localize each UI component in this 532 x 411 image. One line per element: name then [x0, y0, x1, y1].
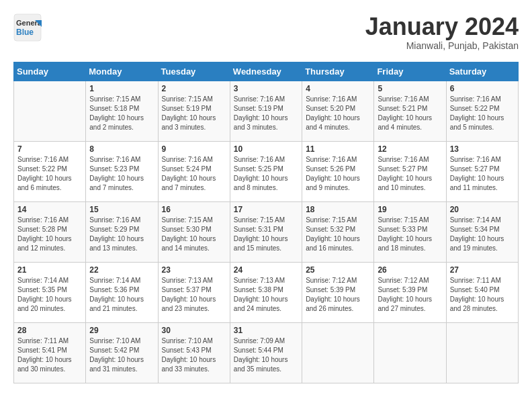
day-info: Sunrise: 7:16 AMSunset: 5:28 PMDaylight:… [17, 216, 82, 253]
svg-text:Blue: Blue [16, 28, 34, 37]
calendar-cell [374, 322, 446, 383]
day-number: 6 [450, 84, 515, 93]
day-number: 23 [162, 265, 226, 275]
calendar-cell: 27Sunrise: 7:11 AMSunset: 5:40 PMDayligh… [446, 262, 518, 322]
week-row-4: 21Sunrise: 7:14 AMSunset: 5:35 PMDayligh… [14, 262, 519, 322]
day-number: 17 [234, 205, 298, 214]
day-info: Sunrise: 7:12 AMSunset: 5:39 PMDaylight:… [378, 276, 442, 314]
calendar-cell: 16Sunrise: 7:15 AMSunset: 5:30 PMDayligh… [158, 201, 230, 262]
calendar-cell: 21Sunrise: 7:14 AMSunset: 5:35 PMDayligh… [14, 262, 86, 322]
location-label: Mianwali, Punjab, Pakistan [365, 40, 519, 51]
day-number: 30 [162, 326, 226, 335]
day-number: 10 [234, 144, 298, 154]
day-info: Sunrise: 7:10 AMSunset: 5:42 PMDaylight:… [89, 336, 154, 374]
day-number: 12 [378, 144, 442, 154]
day-info: Sunrise: 7:14 AMSunset: 5:34 PMDaylight:… [450, 216, 515, 253]
header-cell-friday: Friday [374, 62, 446, 81]
calendar-cell: 22Sunrise: 7:14 AMSunset: 5:36 PMDayligh… [86, 262, 158, 322]
title-area: January 2024 Mianwali, Punjab, Pakistan [365, 13, 519, 51]
day-number: 11 [306, 144, 370, 154]
header-cell-monday: Monday [86, 62, 158, 81]
day-number: 9 [162, 144, 226, 154]
day-info: Sunrise: 7:16 AMSunset: 5:23 PMDaylight:… [89, 155, 154, 193]
day-info: Sunrise: 7:14 AMSunset: 5:36 PMDaylight:… [89, 276, 154, 314]
calendar-cell [14, 81, 86, 141]
calendar-cell: 5Sunrise: 7:16 AMSunset: 5:21 PMDaylight… [374, 81, 446, 141]
calendar-cell: 12Sunrise: 7:16 AMSunset: 5:27 PMDayligh… [374, 141, 446, 201]
calendar-cell: 10Sunrise: 7:16 AMSunset: 5:25 PMDayligh… [230, 141, 302, 201]
day-info: Sunrise: 7:16 AMSunset: 5:21 PMDaylight:… [378, 95, 442, 132]
day-info: Sunrise: 7:13 AMSunset: 5:37 PMDaylight:… [162, 276, 226, 314]
week-row-5: 28Sunrise: 7:11 AMSunset: 5:41 PMDayligh… [14, 322, 519, 383]
day-number: 19 [378, 205, 442, 214]
day-number: 4 [306, 84, 370, 93]
day-info: Sunrise: 7:15 AMSunset: 5:32 PMDaylight:… [306, 216, 370, 253]
day-info: Sunrise: 7:09 AMSunset: 5:44 PMDaylight:… [234, 336, 298, 374]
day-number: 25 [306, 265, 370, 275]
day-number: 7 [17, 144, 82, 154]
day-number: 27 [450, 265, 515, 275]
day-number: 22 [89, 265, 154, 275]
day-number: 1 [89, 84, 154, 93]
header-cell-saturday: Saturday [446, 62, 518, 81]
header-cell-wednesday: Wednesday [230, 62, 302, 81]
day-info: Sunrise: 7:16 AMSunset: 5:22 PMDaylight:… [17, 155, 82, 193]
calendar-cell: 24Sunrise: 7:13 AMSunset: 5:38 PMDayligh… [230, 262, 302, 322]
day-number: 18 [306, 205, 370, 214]
day-info: Sunrise: 7:12 AMSunset: 5:39 PMDaylight:… [306, 276, 370, 314]
header-cell-tuesday: Tuesday [158, 62, 230, 81]
day-info: Sunrise: 7:15 AMSunset: 5:30 PMDaylight:… [162, 216, 226, 253]
day-info: Sunrise: 7:16 AMSunset: 5:27 PMDaylight:… [378, 155, 442, 193]
week-row-2: 7Sunrise: 7:16 AMSunset: 5:22 PMDaylight… [14, 141, 519, 201]
day-number: 20 [450, 205, 515, 214]
calendar-cell: 20Sunrise: 7:14 AMSunset: 5:34 PMDayligh… [446, 201, 518, 262]
day-info: Sunrise: 7:15 AMSunset: 5:33 PMDaylight:… [378, 216, 442, 253]
day-info: Sunrise: 7:16 AMSunset: 5:24 PMDaylight:… [162, 155, 226, 193]
header-cell-thursday: Thursday [302, 62, 374, 81]
day-info: Sunrise: 7:16 AMSunset: 5:20 PMDaylight:… [306, 95, 370, 132]
calendar-cell: 8Sunrise: 7:16 AMSunset: 5:23 PMDaylight… [86, 141, 158, 201]
day-number: 29 [89, 326, 154, 335]
day-info: Sunrise: 7:11 AMSunset: 5:41 PMDaylight:… [17, 336, 82, 374]
day-info: Sunrise: 7:16 AMSunset: 5:22 PMDaylight:… [450, 95, 515, 132]
day-info: Sunrise: 7:16 AMSunset: 5:26 PMDaylight:… [306, 155, 370, 193]
day-number: 3 [234, 84, 298, 93]
calendar-cell: 1Sunrise: 7:15 AMSunset: 5:18 PMDaylight… [86, 81, 158, 141]
day-number: 31 [234, 326, 298, 335]
calendar-cell: 17Sunrise: 7:15 AMSunset: 5:31 PMDayligh… [230, 201, 302, 262]
calendar-cell: 2Sunrise: 7:15 AMSunset: 5:19 PMDaylight… [158, 81, 230, 141]
day-info: Sunrise: 7:15 AMSunset: 5:19 PMDaylight:… [162, 95, 226, 132]
day-number: 28 [17, 326, 82, 335]
calendar-cell: 15Sunrise: 7:16 AMSunset: 5:29 PMDayligh… [86, 201, 158, 262]
calendar-cell: 7Sunrise: 7:16 AMSunset: 5:22 PMDaylight… [14, 141, 86, 201]
day-number: 8 [89, 144, 154, 154]
calendar-cell [302, 322, 374, 383]
day-info: Sunrise: 7:11 AMSunset: 5:40 PMDaylight:… [450, 276, 515, 314]
day-number: 26 [378, 265, 442, 275]
calendar-cell: 11Sunrise: 7:16 AMSunset: 5:26 PMDayligh… [302, 141, 374, 201]
month-title: January 2024 [365, 13, 519, 40]
day-number: 2 [162, 84, 226, 93]
week-row-3: 14Sunrise: 7:16 AMSunset: 5:28 PMDayligh… [14, 201, 519, 262]
day-info: Sunrise: 7:13 AMSunset: 5:38 PMDaylight:… [234, 276, 298, 314]
day-number: 21 [17, 265, 82, 275]
calendar-body: 1Sunrise: 7:15 AMSunset: 5:18 PMDaylight… [14, 81, 519, 383]
header-cell-sunday: Sunday [14, 62, 86, 81]
day-info: Sunrise: 7:15 AMSunset: 5:31 PMDaylight:… [234, 216, 298, 253]
day-number: 14 [17, 205, 82, 214]
day-number: 24 [234, 265, 298, 275]
calendar-cell: 19Sunrise: 7:15 AMSunset: 5:33 PMDayligh… [374, 201, 446, 262]
day-info: Sunrise: 7:14 AMSunset: 5:35 PMDaylight:… [17, 276, 82, 314]
day-info: Sunrise: 7:16 AMSunset: 5:27 PMDaylight:… [450, 155, 515, 193]
logo: General Blue [13, 13, 42, 44]
calendar-cell: 18Sunrise: 7:15 AMSunset: 5:32 PMDayligh… [302, 201, 374, 262]
day-info: Sunrise: 7:16 AMSunset: 5:19 PMDaylight:… [234, 95, 298, 132]
day-number: 13 [450, 144, 515, 154]
calendar-cell: 3Sunrise: 7:16 AMSunset: 5:19 PMDaylight… [230, 81, 302, 141]
day-info: Sunrise: 7:15 AMSunset: 5:18 PMDaylight:… [89, 95, 154, 132]
calendar-cell: 4Sunrise: 7:16 AMSunset: 5:20 PMDaylight… [302, 81, 374, 141]
day-number: 5 [378, 84, 442, 93]
calendar-cell [446, 322, 518, 383]
calendar-cell: 31Sunrise: 7:09 AMSunset: 5:44 PMDayligh… [230, 322, 302, 383]
day-info: Sunrise: 7:10 AMSunset: 5:43 PMDaylight:… [162, 336, 226, 374]
